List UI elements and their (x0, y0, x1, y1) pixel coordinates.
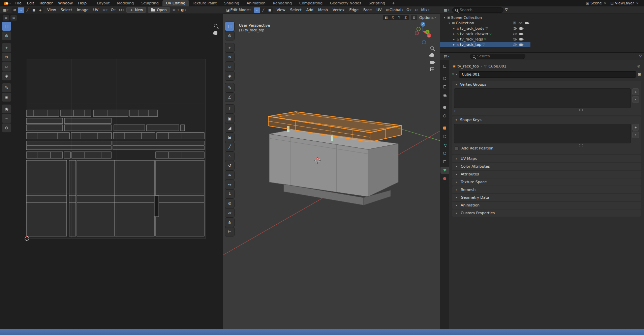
transform-orientation-selector[interactable]: ⊕ Global ▾ (385, 8, 405, 12)
disable-render-icon[interactable] (519, 38, 523, 40)
vp-menu-view[interactable]: View (275, 8, 287, 12)
vp-menu-edge[interactable]: Edge (347, 8, 361, 12)
disclosure-icon[interactable]: ▾ (448, 22, 451, 25)
tool-edge-slide[interactable]: ↔ (225, 180, 234, 189)
object-row-tv-rack-legs[interactable]: ▸ △ tv_rack_legs ▽ (440, 36, 644, 42)
subpanel-disclosure-icon[interactable]: ▸ (455, 109, 456, 112)
vp-menu-uv[interactable]: UV (374, 8, 384, 12)
shape-keys-header[interactable]: ▾ Shape Keys (452, 116, 641, 123)
mode-selector[interactable]: ◪ Edit Mode ▾ (225, 8, 252, 12)
pin-icon[interactable]: ⊚ (637, 64, 640, 68)
snap-options-icon[interactable]: ⊞ (411, 15, 417, 20)
viewlayer-selector[interactable]: ▤ ViewLayer ✕ (609, 1, 641, 5)
new-image-button[interactable]: ＋New (126, 7, 146, 13)
tool-rotate[interactable]: ↻ (225, 53, 234, 61)
tab-render[interactable] (440, 75, 449, 82)
collection-row[interactable]: ▾ ▦ Collection ✓ (440, 20, 644, 26)
properties-search-input[interactable] (477, 54, 523, 58)
remesh-panel[interactable]: ▸Remesh (452, 186, 641, 193)
disable-render-icon[interactable] (519, 43, 523, 46)
exclude-checkbox[interactable]: ✓ (513, 21, 516, 25)
hide-eye-icon[interactable] (513, 38, 517, 40)
vp-menu-mesh[interactable]: Mesh (316, 8, 330, 12)
uv-maps-panel[interactable]: ▸UV Maps (452, 155, 641, 162)
uv-menu-select[interactable]: Select (59, 8, 74, 12)
tool-spin[interactable]: ↺ (225, 161, 234, 170)
uv-menu-view[interactable]: View (45, 8, 58, 12)
properties-editor-icon-dropdown[interactable]: ▤▾ (442, 54, 451, 58)
texture-space-panel[interactable]: ▸Texture Space (452, 178, 641, 186)
edge-select-button[interactable]: ╱ (260, 7, 267, 13)
tab-world[interactable] (440, 112, 449, 119)
tab-uv-editing[interactable]: UV Editing (162, 0, 189, 6)
hide-eye-icon[interactable] (519, 22, 522, 24)
navigation-gizmo[interactable]: Z Y X (411, 20, 435, 46)
uv-islands[interactable] (26, 110, 204, 236)
custom-properties-panel[interactable]: ▸Custom Properties (452, 210, 641, 217)
properties-search[interactable] (470, 54, 525, 59)
uv-vertex-select-button[interactable]: ∙ (18, 7, 24, 13)
disclosure-icon[interactable]: ▸ (452, 27, 456, 30)
tab-layout[interactable]: Layout (93, 0, 113, 6)
viewport-canvas[interactable] (223, 6, 440, 329)
hide-eye-icon[interactable] (513, 27, 517, 30)
menu-edit[interactable]: Edit (24, 0, 37, 6)
display-channels-selector[interactable]: ◐▾ (180, 8, 187, 12)
tool-inset-faces[interactable]: ▣ (225, 114, 234, 123)
vp-menu-select[interactable]: Select (288, 8, 304, 12)
tool-loop-cut[interactable]: ⊟ (225, 133, 234, 142)
tab-view-layer[interactable] (440, 92, 449, 99)
tool-cursor[interactable]: ⊕ (225, 31, 234, 40)
vp-menu-vertex[interactable]: Vertex (331, 8, 346, 12)
uv-tool-annotate[interactable]: ✎ (2, 83, 11, 92)
tab-constraints[interactable] (440, 158, 449, 165)
options-dropdown[interactable]: Options ▾ (419, 16, 436, 20)
list-resize-grip[interactable] (579, 109, 583, 111)
animation-panel[interactable]: ▸Animation (452, 202, 641, 209)
tool-transform[interactable]: ◈ (225, 72, 234, 80)
tab-physics[interactable] (440, 150, 449, 157)
tab-particles[interactable] (440, 141, 449, 148)
add-rest-position-checkbox[interactable] (455, 146, 459, 150)
color-attributes-panel[interactable]: ▸Color Attributes (452, 163, 641, 170)
outliner-search-input[interactable] (460, 8, 501, 12)
proportional-edit-toggle[interactable]: ⊙▾ (118, 8, 125, 12)
orthographic-toggle-icon[interactable] (430, 67, 434, 71)
menu-window[interactable]: Window (55, 0, 75, 6)
face-select-button[interactable]: ■ (267, 7, 273, 13)
menu-render[interactable]: Render (37, 0, 55, 6)
snap-selector[interactable]: Ω▾ (405, 8, 412, 12)
zoom-icon[interactable] (214, 24, 217, 27)
vp-menu-face[interactable]: Face (361, 8, 374, 12)
uv-tool-cursor[interactable]: ⊕ (2, 31, 11, 40)
menu-file[interactable]: File (13, 0, 24, 6)
object-row-tv-rack-drawer[interactable]: ▸ △ tv_rack_drawer ▽ (440, 31, 644, 36)
uv-tool-face-mask[interactable]: ▣ (2, 93, 11, 102)
uv-edge-select-button[interactable]: ╱ (24, 7, 31, 13)
vertex-select-button[interactable]: ∙ (254, 7, 260, 13)
uv-tool-grab[interactable]: ◉ (2, 105, 11, 113)
tool-select-box[interactable]: □ (225, 22, 234, 31)
proportional-edit-toggle[interactable]: ⊙ (413, 8, 419, 12)
uv-overlay-toggle-icon[interactable]: ▤ (3, 15, 9, 21)
unlink-scene-icon[interactable]: ✕ (603, 2, 607, 5)
tool-measure[interactable]: ∠ (225, 93, 234, 102)
hide-eye-icon[interactable] (513, 33, 517, 35)
menu-help[interactable]: Help (75, 0, 89, 6)
scene-collection-row[interactable]: ▾ ▣ Scene Collection (440, 15, 644, 20)
uv-menu-image[interactable]: Image (75, 8, 90, 12)
camera-view-icon[interactable] (430, 61, 434, 64)
zoom-icon[interactable] (430, 46, 434, 50)
snap-selector[interactable]: Ω▾ (110, 8, 117, 12)
tool-poly-build[interactable]: ∴ (225, 152, 234, 161)
tool-rip-edge[interactable]: ⊢ (225, 227, 234, 236)
unlink-viewlayer-icon[interactable]: ✕ (635, 2, 639, 5)
uv-gizmo-toggle-icon[interactable]: ⊞ (10, 15, 17, 21)
uv-canvas[interactable] (0, 6, 223, 329)
uv-island-select-button[interactable]: ◈ (37, 7, 43, 13)
vertex-group-specials-button[interactable]: ▾ (632, 96, 639, 103)
tool-move[interactable]: ＋ (225, 43, 234, 52)
list-resize-grip[interactable] (579, 144, 583, 147)
disable-render-icon[interactable] (525, 22, 528, 24)
mirror-z-button[interactable]: Z (402, 15, 409, 20)
